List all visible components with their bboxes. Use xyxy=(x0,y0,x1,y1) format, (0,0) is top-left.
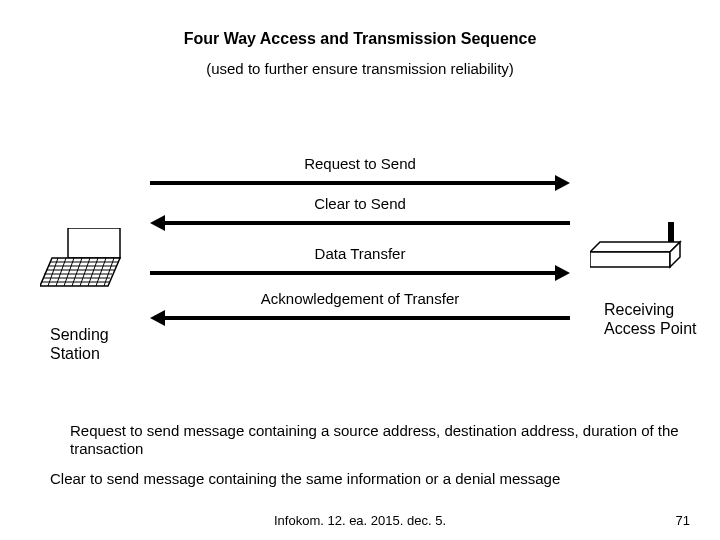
arrow-right-icon xyxy=(150,174,570,192)
page-title: Four Way Access and Transmission Sequenc… xyxy=(0,30,720,48)
arrow-left-icon xyxy=(150,214,570,232)
description-rts: Request to send message containing a sou… xyxy=(70,422,700,458)
page-subtitle: (used to further ensure transmission rel… xyxy=(0,60,720,77)
svg-marker-25 xyxy=(590,242,680,252)
footer-page-number: 71 xyxy=(676,513,690,528)
arrow-cts: Clear to Send xyxy=(150,195,570,232)
svg-marker-7 xyxy=(150,310,165,326)
access-point-icon xyxy=(590,222,690,276)
sending-station-label: Sending Station xyxy=(50,325,109,363)
arrow-ack: Acknowledgement of Transfer xyxy=(150,290,570,327)
arrow-data-label: Data Transfer xyxy=(150,245,570,262)
arrow-cts-label: Clear to Send xyxy=(150,195,570,212)
arrow-right-icon xyxy=(150,264,570,282)
laptop-icon xyxy=(40,228,130,294)
arrow-rts: Request to Send xyxy=(150,155,570,192)
svg-rect-24 xyxy=(668,222,674,244)
description-cts: Clear to send message containing the sam… xyxy=(50,470,700,488)
svg-marker-3 xyxy=(150,215,165,231)
arrow-data: Data Transfer xyxy=(150,245,570,282)
svg-marker-8 xyxy=(68,228,120,258)
svg-rect-26 xyxy=(590,252,670,267)
receiving-ap-label: Receiving Access Point xyxy=(604,300,696,338)
svg-marker-1 xyxy=(555,175,570,191)
arrow-ack-label: Acknowledgement of Transfer xyxy=(150,290,570,307)
arrow-left-icon xyxy=(150,309,570,327)
svg-marker-5 xyxy=(555,265,570,281)
footer-date: Infokom. 12. ea. 2015. dec. 5. xyxy=(0,513,720,528)
arrow-rts-label: Request to Send xyxy=(150,155,570,172)
